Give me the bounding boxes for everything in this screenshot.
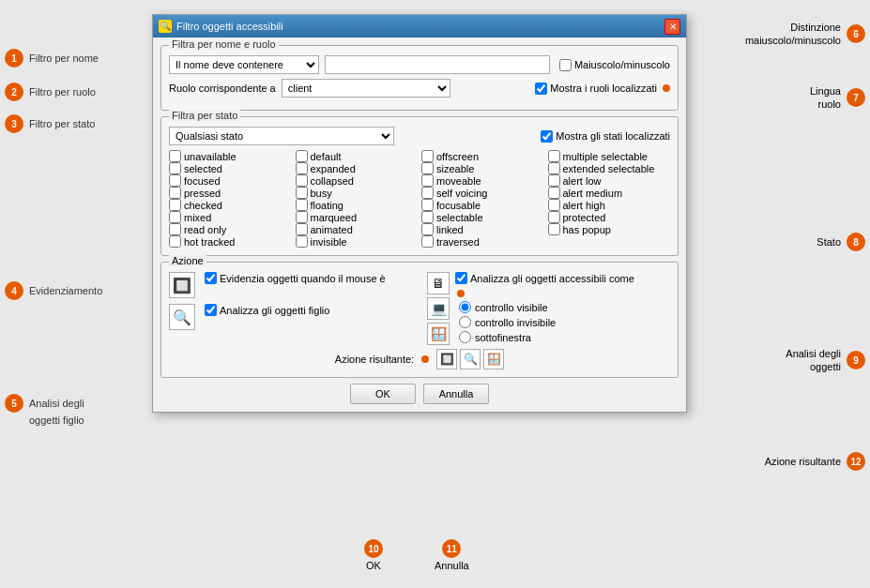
analyze-accessible-icon-1: 🖥: [427, 272, 450, 294]
state-animated: animated: [296, 223, 419, 235]
state-hot-tracked: hot tracked: [169, 235, 292, 248]
maiuscolo-checkbox[interactable]: [559, 59, 572, 71]
analyze-accessible-icon-2: 💻: [427, 297, 450, 320]
annotation-1: 1 Filtro per nome: [5, 49, 99, 68]
state-invisible: invisible: [296, 235, 419, 248]
state-selected: selected: [169, 162, 292, 174]
state-col-3: offscreen sizeable moveable self voicing…: [421, 150, 544, 248]
annotation-10: 10 OK: [364, 539, 383, 571]
annotation-2: 2 Filtro per ruolo: [5, 83, 96, 101]
orange-dot-analyze: [457, 290, 465, 297]
ruolo-row: Ruolo corrispondente a client Mostra i r…: [169, 79, 670, 98]
analyze-accessible-content: Analizza gli oggetti accessibili come co…: [455, 272, 634, 343]
state-alert-low: alert low: [548, 174, 671, 187]
highlight-row: 🔲 Evidenzia oggetti quando il mouse è: [169, 272, 412, 298]
filter-name-role-section: Filtra per nome e ruolo Il nome deve con…: [160, 45, 679, 111]
annotation-4: 4 Evidenziamento: [5, 281, 102, 300]
annulla-button[interactable]: Annulla: [423, 384, 489, 404]
state-moveable: moveable: [421, 174, 544, 187]
state-alert-medium: alert medium: [548, 187, 671, 199]
dialog-icon: 🔍: [159, 20, 172, 33]
button-row: OK Annulla: [160, 384, 679, 404]
state-alert-high: alert high: [548, 199, 671, 211]
state-protected: protected: [548, 211, 671, 223]
state-focusable: focusable: [421, 199, 544, 211]
state-col-4: multiple selectable extended selectable …: [548, 150, 671, 248]
action-right-col: 🖥 💻 🪟 Analizza gli oggetti accessibili c…: [427, 272, 670, 345]
analyze-children-row: 🔍 Analizza gli oggetti figlio: [169, 304, 412, 330]
annotation-6: Distinzionemaiuscolo/minuscolo 6: [745, 21, 865, 48]
mostra-stati-label[interactable]: Mostra gli stati localizzati: [541, 130, 670, 143]
annotation-7: Linguaruolo 7: [810, 84, 865, 112]
radio-visibile[interactable]: [459, 301, 471, 313]
annotation-12: Azione risultante 12: [765, 452, 865, 471]
state-marqueed: marqueed: [296, 211, 419, 223]
risultante-icons: 🔲 🔍 🪟: [436, 349, 504, 369]
state-multiple-selectable: multiple selectable: [548, 150, 671, 162]
ruolo-select[interactable]: client: [282, 79, 450, 98]
maiuscolo-checkbox-label[interactable]: Maiuscolo/minuscolo: [559, 59, 670, 71]
mostra-stati-checkbox[interactable]: [541, 130, 553, 143]
radio-sottofinestra[interactable]: [459, 331, 471, 343]
analyze-children-checkbox[interactable]: [205, 304, 217, 316]
risultante-icon-1: 🔲: [436, 349, 457, 369]
radio-sottofinestra-label[interactable]: sottofinestra: [459, 331, 634, 343]
action-section: Azione 🔲 Evidenzia oggetti quando il mou…: [160, 262, 679, 378]
action-left-col: 🔲 Evidenzia oggetti quando il mouse è 🔍 …: [169, 272, 412, 345]
main-dialog: 🔍 Filtro oggetti accessibili ✕ Filtra pe…: [152, 14, 687, 413]
analyze-accessible-checkbox[interactable]: [455, 272, 467, 284]
analyze-children-checkbox-label[interactable]: Analizza gli oggetti figlio: [205, 304, 329, 316]
ruolo-label: Ruolo corrispondente a: [169, 83, 276, 94]
close-button[interactable]: ✕: [664, 19, 680, 35]
action-section-label: Azione: [169, 255, 206, 266]
state-pressed: pressed: [169, 187, 292, 199]
filter-name-role-label: Filtra per nome e ruolo: [169, 38, 279, 50]
state-select[interactable]: Qualsiasi stato: [169, 127, 394, 145]
dialog-title: Filtro oggetti accessibili: [176, 21, 283, 32]
radio-invisibile-label[interactable]: controllo invisibile: [459, 316, 634, 328]
states-grid: unavailable selected focused pressed che…: [169, 150, 670, 248]
dialog-titlebar: 🔍 Filtro oggetti accessibili ✕: [153, 15, 686, 38]
state-extended-selectable: extended selectable: [548, 162, 671, 174]
state-has-popup: has popup: [548, 223, 671, 235]
orange-dot-ruoli: [663, 84, 670, 92]
name-contains-select[interactable]: Il nome deve contenere Il nome è uguale …: [169, 55, 319, 74]
state-col-1: unavailable selected focused pressed che…: [169, 150, 292, 248]
mostra-ruoli-checkbox[interactable]: [535, 83, 547, 95]
mostra-ruoli-label[interactable]: Mostra i ruoli localizzati: [535, 83, 657, 95]
radio-group: controllo visibile controllo invisibile …: [459, 301, 634, 343]
radio-invisibile[interactable]: [459, 316, 471, 328]
annotation-11: 11 Annulla: [435, 539, 469, 571]
state-mixed: mixed: [169, 211, 292, 223]
analyze-children-icon: 🔍: [169, 304, 195, 330]
ok-button[interactable]: OK: [350, 384, 416, 404]
annotation-3: 3 Filtro per stato: [5, 114, 95, 133]
highlight-checkbox-label[interactable]: Evidenzia oggetti quando il mouse è: [205, 272, 386, 284]
state-self-voicing: self voicing: [421, 187, 544, 199]
highlight-icon: 🔲: [169, 272, 195, 298]
radio-visibile-label[interactable]: controllo visibile: [459, 301, 634, 313]
highlight-checkbox[interactable]: [205, 272, 217, 284]
state-checked: checked: [169, 199, 292, 211]
state-offscreen: offscreen: [421, 150, 544, 162]
orange-dot-risultante: [421, 355, 429, 363]
state-sizeable: sizeable: [421, 162, 544, 174]
filter-state-label: Filtra per stato: [169, 110, 240, 121]
state-traversed: traversed: [421, 235, 544, 248]
state-select-row: Qualsiasi stato Mostra gli stati localiz…: [169, 127, 670, 145]
state-busy: busy: [296, 187, 419, 199]
dialog-body: Filtra per nome e ruolo Il nome deve con…: [153, 38, 686, 412]
analyze-accessible-checkbox-label[interactable]: Analizza gli oggetti accessibili come: [455, 272, 634, 284]
state-expanded: expanded: [296, 162, 419, 174]
state-col-2: default expanded collapsed busy floating…: [296, 150, 419, 248]
risultante-row: Azione risultante: 🔲 🔍 🪟: [169, 349, 670, 369]
risultante-icon-2: 🔍: [460, 349, 481, 369]
annotation-8: Stato 8: [817, 233, 865, 251]
annotation-5: 5 Analisi degli oggetti figlio: [5, 394, 84, 426]
filter-state-section: Filtra per stato Qualsiasi stato Mostra …: [160, 116, 679, 256]
name-text-input[interactable]: [325, 55, 550, 74]
state-selectable: selectable: [421, 211, 544, 223]
analyze-accessible-icon-3: 🪟: [427, 323, 450, 345]
state-read-only: read only: [169, 223, 292, 235]
annotation-9: Analisi deglioggetti 9: [786, 347, 865, 374]
